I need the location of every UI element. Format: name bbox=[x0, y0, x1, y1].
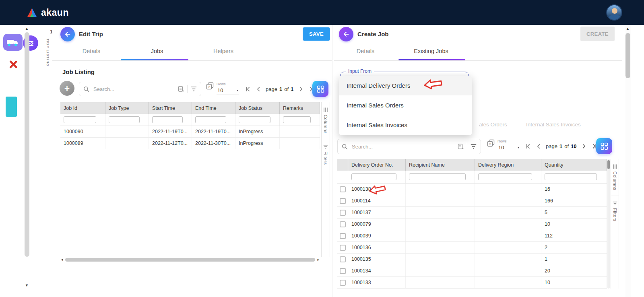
filter-end-time-input[interactable] bbox=[195, 116, 226, 123]
menu-item-internal-delivery-orders[interactable]: Internal Delivery Orders bbox=[339, 76, 472, 95]
table-row[interactable]: 1000137 5 bbox=[337, 207, 607, 219]
truck-icon[interactable] bbox=[3, 34, 23, 51]
row-checkbox[interactable] bbox=[340, 186, 346, 192]
scroll-down-icon[interactable]: ▼ bbox=[25, 283, 29, 287]
table-side-strip: Columns Filters bbox=[321, 102, 330, 257]
job-search-input[interactable] bbox=[93, 86, 175, 93]
filter-icon[interactable] bbox=[191, 86, 197, 92]
input-mode-icon[interactable] bbox=[178, 86, 184, 92]
back-button[interactable] bbox=[60, 27, 75, 41]
rows-per-page-select[interactable]: 10 ▾ bbox=[217, 87, 239, 95]
table-scrollbar-thumb[interactable] bbox=[607, 160, 610, 169]
scroll-right-icon[interactable]: ► bbox=[317, 258, 320, 262]
menu-item-internal-sales-orders[interactable]: Internal Sales Orders bbox=[339, 95, 472, 115]
user-avatar[interactable] bbox=[606, 4, 622, 21]
filter-job-id-input[interactable] bbox=[64, 116, 96, 123]
table-row[interactable]: 1000135 1 bbox=[337, 254, 607, 265]
quantity-cell: 1 bbox=[541, 254, 607, 265]
save-button[interactable]: SAVE bbox=[303, 27, 330, 41]
order-no-cell: 1000134 bbox=[348, 265, 406, 276]
back-button[interactable] bbox=[339, 27, 353, 41]
row-checkbox[interactable] bbox=[340, 233, 346, 239]
rows-per-page-widget: 2 Rows 10 ▾ bbox=[206, 82, 239, 95]
tab-details[interactable]: Details bbox=[335, 42, 396, 60]
region-cell bbox=[475, 207, 541, 218]
menu-item-internal-sales-invoices[interactable]: Internal Sales Invoices bbox=[339, 115, 472, 135]
filter-remarks-input[interactable] bbox=[283, 116, 311, 123]
filter-icon[interactable] bbox=[471, 144, 477, 149]
row-checkbox[interactable] bbox=[340, 198, 346, 204]
rows-per-page-select[interactable]: 10 ▾ bbox=[497, 144, 520, 152]
left-scrollbar[interactable]: ▲ ▼ bbox=[24, 26, 30, 291]
horizontal-scrollbar-thumb[interactable] bbox=[65, 258, 315, 262]
next-page-button[interactable] bbox=[580, 142, 587, 150]
filter-job-type-input[interactable] bbox=[109, 116, 140, 123]
table-row[interactable]: 1000039 112 bbox=[337, 230, 607, 242]
page-scrollbar-thumb[interactable] bbox=[625, 33, 630, 78]
scroll-up-icon[interactable]: ▲ bbox=[25, 27, 29, 31]
table-row[interactable]: 1000138 16 bbox=[337, 184, 607, 195]
scroll-up-icon[interactable]: ▲ bbox=[626, 27, 630, 31]
layout-grid-button[interactable] bbox=[312, 81, 328, 97]
table-row[interactable]: 1000090 2022-11-19T0... 2022-11-19T0... … bbox=[60, 126, 320, 138]
filter-job-status-input[interactable] bbox=[239, 116, 270, 123]
recipient-cell bbox=[406, 242, 475, 253]
header-label: End Time bbox=[195, 105, 217, 111]
add-job-button[interactable]: + bbox=[60, 81, 74, 96]
checkbox-cell bbox=[337, 219, 348, 230]
red-app-icon[interactable] bbox=[8, 59, 19, 70]
tab-existing-jobs[interactable]: Existing Jobs bbox=[401, 42, 461, 60]
create-button[interactable]: CREATE bbox=[580, 27, 615, 41]
table-vertical-scrollbar[interactable] bbox=[607, 159, 610, 289]
row-checkbox[interactable] bbox=[340, 210, 346, 216]
row-checkbox[interactable] bbox=[340, 245, 346, 251]
filters-toggle[interactable]: Filters bbox=[611, 196, 619, 227]
order-no-cell: 1000079 bbox=[348, 219, 406, 230]
tab-helpers[interactable]: Helpers bbox=[193, 42, 254, 60]
row-checkbox[interactable] bbox=[340, 280, 346, 286]
columns-toggle[interactable]: Columns bbox=[322, 102, 330, 139]
quantity-value: 20 bbox=[545, 268, 550, 274]
first-page-button[interactable] bbox=[524, 142, 531, 150]
svg-text:2: 2 bbox=[489, 142, 491, 146]
prev-page-button[interactable] bbox=[255, 85, 262, 93]
delivery-orders-table: Delivery Order No. Recipient Name Delive… bbox=[337, 159, 607, 289]
input-mode-icon[interactable] bbox=[458, 143, 464, 150]
table-horizontal-scrollbar[interactable]: ◄ ► bbox=[60, 257, 320, 262]
filter-start-time-input[interactable] bbox=[152, 116, 183, 123]
first-page-button[interactable] bbox=[244, 85, 251, 93]
row-checkbox[interactable] bbox=[340, 256, 346, 262]
layout-grid-button[interactable] bbox=[596, 138, 612, 154]
filter-recipient-input[interactable] bbox=[409, 173, 466, 180]
filter-region-input[interactable] bbox=[478, 173, 532, 180]
table-row[interactable]: 1000089 2022-11-12T0... 2022-11-30T0... … bbox=[60, 138, 320, 149]
header-recipient-name: Recipient Name bbox=[406, 159, 475, 171]
table-row[interactable]: 1000134 20 bbox=[337, 265, 607, 277]
tab-details[interactable]: Details bbox=[61, 42, 122, 60]
delivery-search-input[interactable] bbox=[351, 143, 454, 150]
row-checkbox[interactable] bbox=[340, 268, 346, 274]
table-row[interactable]: 1000133 10 bbox=[337, 277, 607, 289]
recipient-cell bbox=[406, 230, 475, 241]
table-row[interactable]: 1000114 166 bbox=[337, 195, 607, 207]
prev-page-button[interactable] bbox=[535, 142, 542, 150]
filter-order-no-input[interactable] bbox=[351, 173, 396, 180]
columns-toggle[interactable]: Columns bbox=[611, 159, 619, 196]
quantity-cell: 112 bbox=[541, 230, 607, 241]
teal-app-icon[interactable] bbox=[6, 97, 17, 117]
panel-divider bbox=[332, 25, 332, 297]
svg-text:2: 2 bbox=[208, 85, 210, 89]
next-page-button[interactable] bbox=[297, 85, 304, 93]
job-type-cell bbox=[105, 126, 149, 137]
start-time-value: 2022-11-19T0... bbox=[152, 129, 188, 134]
left-scrollbar-thumb[interactable] bbox=[25, 32, 29, 257]
quantity-value: 5 bbox=[545, 210, 547, 215]
table-row[interactable]: 1000079 10 bbox=[337, 219, 607, 230]
filters-toggle[interactable]: Filters bbox=[322, 139, 330, 170]
filter-quantity-input[interactable] bbox=[545, 173, 597, 180]
row-checkbox[interactable] bbox=[340, 221, 346, 227]
page-scrollbar[interactable]: ▲ bbox=[625, 25, 631, 297]
table-row[interactable]: 1000136 2 bbox=[337, 242, 607, 254]
scroll-left-icon[interactable]: ◄ bbox=[60, 258, 64, 262]
tab-jobs[interactable]: Jobs bbox=[127, 42, 187, 60]
